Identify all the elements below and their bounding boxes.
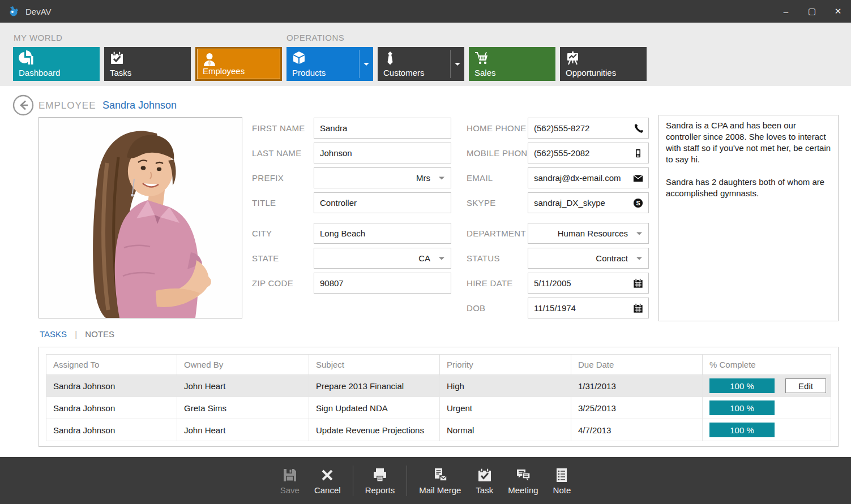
meeting-bubbles-icon xyxy=(515,467,532,484)
progress-bar: 100 % xyxy=(709,400,775,415)
app-window: DevAV – ▢ ✕ MY WORLD OPERATIONS Dashboar… xyxy=(0,0,851,504)
status-value: Contract xyxy=(596,253,628,263)
cell-subject[interactable]: Sign Updated NDA xyxy=(309,397,440,419)
last-name-field[interactable] xyxy=(314,143,451,163)
cell-due-date[interactable]: 4/7/2013 xyxy=(571,419,703,441)
first-name-input[interactable] xyxy=(314,118,451,138)
dob-field[interactable] xyxy=(528,298,649,318)
envelope-icon xyxy=(632,173,644,184)
mobile-phone-input[interactable] xyxy=(528,143,648,163)
reports-button[interactable]: Reports xyxy=(358,467,403,495)
cell-assigned-to[interactable]: Sandra Johnson xyxy=(46,419,177,441)
prefix-dropdown[interactable]: Mrs xyxy=(314,167,451,188)
city-input[interactable] xyxy=(314,223,451,243)
close-button[interactable]: ✕ xyxy=(825,0,851,23)
calendar-icon xyxy=(632,278,644,289)
table-row[interactable]: Sandra Johnson John Heart Update Revenue… xyxy=(46,419,831,441)
email-input[interactable] xyxy=(528,168,648,188)
cell-due-date[interactable]: 1/31/2013 xyxy=(571,375,703,397)
email-field[interactable] xyxy=(528,167,649,188)
home-phone-field[interactable] xyxy=(528,118,649,139)
dob-input[interactable] xyxy=(528,298,648,318)
first-name-field[interactable] xyxy=(314,118,451,139)
column-header-priority[interactable]: Priority xyxy=(440,355,571,375)
column-header-owned-by[interactable]: Owned By xyxy=(177,355,309,375)
cell-subject[interactable]: Update Revenue Projections xyxy=(309,419,440,441)
tile-tasks[interactable]: Tasks xyxy=(104,47,191,81)
mail-merge-button[interactable]: Mail Merge xyxy=(412,467,468,495)
minimize-button[interactable]: – xyxy=(773,0,799,23)
column-header-due-date[interactable]: Due Date xyxy=(571,355,703,375)
skype-label: SKYPE xyxy=(467,192,496,213)
customers-dropdown-button[interactable] xyxy=(450,50,464,78)
tab-notes[interactable]: NOTES xyxy=(85,329,114,339)
state-dropdown[interactable]: CA xyxy=(314,248,451,269)
mobile-phone-label: MOBILE PHONE xyxy=(467,143,533,163)
title-input[interactable] xyxy=(314,193,451,213)
hire-date-input[interactable] xyxy=(528,273,648,293)
note-button[interactable]: Note xyxy=(546,467,579,495)
column-header-subject[interactable]: Subject xyxy=(309,355,440,375)
tab-tasks[interactable]: TASKS xyxy=(40,329,67,339)
zip-input[interactable] xyxy=(314,273,451,293)
cell-owned-by[interactable]: John Heart xyxy=(177,419,309,441)
save-button[interactable]: Save xyxy=(273,467,307,495)
products-dropdown-button[interactable] xyxy=(359,50,373,78)
department-dropdown[interactable]: Human Resources xyxy=(528,223,649,244)
last-name-input[interactable] xyxy=(314,143,451,163)
back-button[interactable] xyxy=(12,94,34,116)
chevron-down-icon xyxy=(364,63,369,66)
cell-owned-by[interactable]: John Heart xyxy=(177,375,309,397)
cell-assigned-to[interactable]: Sandra Johnson xyxy=(46,375,177,397)
column-header-complete[interactable]: % Complete xyxy=(703,355,831,375)
status-label: STATUS xyxy=(467,248,500,269)
tasks-table: Assigned To Owned By Subject Priority Du… xyxy=(46,354,831,441)
edit-button[interactable]: Edit xyxy=(785,378,826,393)
cell-due-date[interactable]: 3/25/2013 xyxy=(571,397,703,419)
cell-assigned-to[interactable]: Sandra Johnson xyxy=(46,397,177,419)
home-phone-input[interactable] xyxy=(528,118,648,138)
products-icon xyxy=(292,50,307,66)
title-field[interactable] xyxy=(314,192,451,213)
tile-employees[interactable]: Employees xyxy=(195,47,282,81)
city-field[interactable] xyxy=(314,223,451,244)
column-header-assigned-to[interactable]: Assigned To xyxy=(46,355,177,375)
cancel-icon xyxy=(319,467,336,484)
tile-opportunities[interactable]: Opportunities xyxy=(560,47,647,81)
task-button[interactable]: Task xyxy=(468,467,501,495)
cell-priority[interactable]: High xyxy=(440,375,571,397)
back-arrow-icon xyxy=(12,94,34,116)
status-dropdown[interactable]: Contract xyxy=(528,248,649,269)
zip-field[interactable] xyxy=(314,273,451,294)
employee-photo[interactable] xyxy=(39,117,242,318)
tasks-grid-container: Assigned To Owned By Subject Priority Du… xyxy=(39,347,839,447)
cell-subject[interactable]: Prepare 2013 Financial xyxy=(309,375,440,397)
table-row[interactable]: Sandra Johnson John Heart Prepare 2013 F… xyxy=(46,375,831,397)
maximize-button[interactable]: ▢ xyxy=(799,0,825,23)
cell-priority[interactable]: Normal xyxy=(440,419,571,441)
meeting-button[interactable]: Meeting xyxy=(501,467,545,495)
chevron-down-icon xyxy=(439,176,444,179)
cancel-button[interactable]: Cancel xyxy=(307,467,348,495)
hire-date-field[interactable] xyxy=(528,273,649,294)
home-phone-label: HOME PHONE xyxy=(467,118,527,139)
skype-field[interactable]: S xyxy=(528,192,649,213)
skype-icon: S xyxy=(632,197,644,209)
cell-owned-by[interactable]: Greta Sims xyxy=(177,397,309,419)
cell-priority[interactable]: Urgent xyxy=(440,397,571,419)
tile-customers[interactable]: Customers xyxy=(378,47,464,81)
mail-merge-icon xyxy=(431,467,448,484)
phone-icon xyxy=(632,123,644,134)
skype-input[interactable] xyxy=(528,193,648,213)
app-title: DevAV xyxy=(25,7,52,16)
tile-dashboard[interactable]: Dashboard xyxy=(13,47,100,81)
state-label: STATE xyxy=(252,248,279,269)
email-label: EMAIL xyxy=(467,167,493,188)
table-row[interactable]: Sandra Johnson Greta Sims Sign Updated N… xyxy=(46,397,831,419)
tile-sales[interactable]: Sales xyxy=(469,47,555,81)
employee-notes-textarea[interactable]: Sandra is a CPA and has been our control… xyxy=(658,115,839,321)
entity-label: EMPLOYEE xyxy=(39,100,96,111)
hire-date-label: HIRE DATE xyxy=(467,273,513,294)
tile-products[interactable]: Products xyxy=(286,47,373,81)
mobile-phone-field[interactable] xyxy=(528,143,649,163)
